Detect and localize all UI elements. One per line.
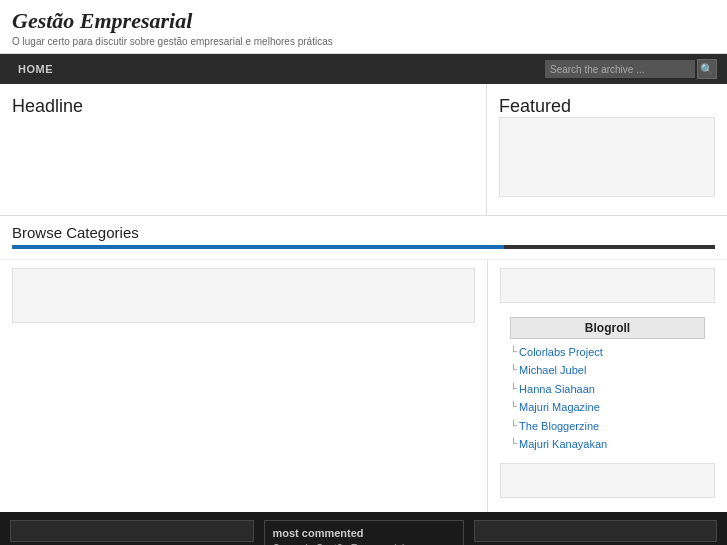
main-wrapper: Headline Featured Browse Categories Blog… — [0, 84, 727, 512]
content-rows: Blogroll └ Colorlabs Project └ Michael J… — [0, 260, 727, 512]
article-placeholder-1 — [12, 268, 475, 323]
headline-section: Headline — [0, 84, 487, 215]
top-sections: Headline Featured — [0, 84, 727, 216]
blogroll-link[interactable]: Michael Jubel — [519, 363, 586, 378]
blogroll-corner-icon: └ — [510, 437, 517, 451]
bottom-left-widget — [10, 520, 254, 545]
blogroll-link[interactable]: Hanna Siahaan — [519, 382, 595, 397]
navbar: HOME 🔍 — [0, 54, 727, 84]
blogroll-link[interactable]: Majuri Magazine — [519, 400, 600, 415]
right-content: Blogroll └ Colorlabs Project └ Michael J… — [487, 260, 727, 512]
blogroll-link[interactable]: Majuri Kanayakan — [519, 437, 607, 452]
blogroll-title: Blogroll — [510, 317, 705, 339]
bottom-right-placeholder — [474, 520, 718, 542]
featured-placeholder — [499, 117, 715, 197]
bottom-right-widget — [474, 520, 718, 545]
bottom-center-widget: most commented Curso de Gestão Empresari… — [254, 520, 474, 545]
most-commented-title: most commented — [273, 527, 455, 539]
blogroll-corner-icon: └ — [510, 382, 517, 396]
blogroll-item: └ The Bloggerzine — [510, 419, 705, 434]
featured-section: Featured — [487, 84, 727, 215]
blogroll-corner-icon: └ — [510, 363, 517, 377]
blogroll-item: └ Michael Jubel — [510, 363, 705, 378]
blogroll-corner-icon: └ — [510, 419, 517, 433]
search-form: 🔍 — [545, 59, 717, 79]
most-commented-box: most commented Curso de Gestão Empresari… — [264, 520, 464, 545]
blogroll-corner-icon: └ — [510, 400, 517, 414]
site-tagline: O lugar certo para discutir sobre gestão… — [12, 36, 715, 47]
right-side-placeholder-1 — [500, 268, 715, 303]
blogroll-links: └ Colorlabs Project └ Michael Jubel └ Ha… — [510, 345, 705, 452]
content-area: Headline Featured Browse Categories Blog… — [0, 84, 727, 512]
blogroll-link[interactable]: Colorlabs Project — [519, 345, 603, 360]
browse-categories-section: Browse Categories — [0, 216, 727, 260]
featured-title: Featured — [499, 96, 715, 117]
blogroll-item: └ Majuri Magazine — [510, 400, 705, 415]
blogroll-item: └ Hanna Siahaan — [510, 382, 705, 397]
site-header: Gestão Empresarial O lugar certo para di… — [0, 0, 727, 54]
right-side-placeholder-2 — [500, 463, 715, 498]
site-title: Gestão Empresarial — [12, 8, 715, 34]
blogroll-link[interactable]: The Bloggerzine — [519, 419, 599, 434]
blogroll-item: └ Majuri Kanayakan — [510, 437, 705, 452]
search-button[interactable]: 🔍 — [697, 59, 717, 79]
left-content — [0, 260, 487, 512]
browse-categories-bar — [12, 245, 715, 249]
blogroll-widget: Blogroll └ Colorlabs Project └ Michael J… — [500, 309, 715, 463]
nav-home-link[interactable]: HOME — [10, 63, 61, 75]
search-input[interactable] — [545, 60, 695, 78]
blogroll-item: └ Colorlabs Project — [510, 345, 705, 360]
bottom-section: most commented Curso de Gestão Empresari… — [0, 512, 727, 545]
bottom-left-placeholder — [10, 520, 254, 542]
blogroll-corner-icon: └ — [510, 345, 517, 359]
browse-categories-title: Browse Categories — [12, 224, 715, 241]
headline-title: Headline — [12, 96, 474, 117]
